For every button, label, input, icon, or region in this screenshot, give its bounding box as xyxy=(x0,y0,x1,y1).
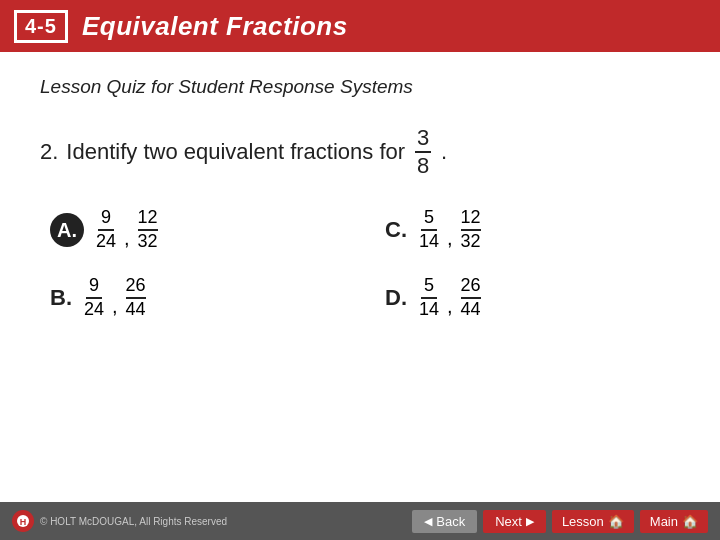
choice-b-frac2: 26 44 xyxy=(126,276,146,320)
choice-c-frac1: 5 14 xyxy=(419,208,439,252)
choice-d-frac1-den: 14 xyxy=(419,299,439,320)
choice-a-frac2-den: 32 xyxy=(138,231,158,252)
choice-a-frac1-num: 9 xyxy=(98,208,114,231)
back-button[interactable]: ◀ Back xyxy=(412,510,477,533)
choice-a-frac1: 9 24 xyxy=(96,208,116,252)
choice-b-label: B. xyxy=(50,285,72,311)
choice-c-frac1-num: 5 xyxy=(421,208,437,231)
choice-c[interactable]: C. 5 14 , 12 32 xyxy=(385,208,680,252)
choice-a-frac2-num: 12 xyxy=(138,208,158,231)
holt-logo: H xyxy=(12,510,34,532)
choice-b-comma: , xyxy=(112,295,118,320)
back-arrow-icon: ◀ xyxy=(424,515,432,528)
choice-c-frac2-den: 32 xyxy=(461,231,481,252)
choice-c-comma: , xyxy=(447,227,453,252)
choice-d-fracs: 5 14 , 26 44 xyxy=(417,276,483,320)
answer-choices: A. 9 24 , 12 32 C. 5 14 , xyxy=(50,208,680,319)
lesson-button[interactable]: Lesson 🏠 xyxy=(552,510,634,533)
question-period: . xyxy=(441,139,447,165)
choice-a-label: A. xyxy=(50,213,84,247)
choice-c-label: C. xyxy=(385,217,407,243)
choice-d-frac1-num: 5 xyxy=(421,276,437,299)
choice-c-frac2: 12 32 xyxy=(461,208,481,252)
main-label: Main xyxy=(650,514,678,529)
choice-b-frac2-num: 26 xyxy=(126,276,146,299)
header-title: Equivalent Fractions xyxy=(82,11,348,42)
choice-d-frac1: 5 14 xyxy=(419,276,439,320)
footer-right: ◀ Back Next ▶ Lesson 🏠 Main 🏠 xyxy=(412,510,708,533)
choice-b-frac1: 9 24 xyxy=(84,276,104,320)
question-number: 2. xyxy=(40,139,58,165)
choice-c-frac1-den: 14 xyxy=(419,231,439,252)
next-arrow-icon: ▶ xyxy=(526,515,534,528)
choice-b[interactable]: B. 9 24 , 26 44 xyxy=(50,276,345,320)
choice-c-fracs: 5 14 , 12 32 xyxy=(417,208,483,252)
next-button[interactable]: Next ▶ xyxy=(483,510,546,533)
question: 2. Identify two equivalent fractions for… xyxy=(40,126,680,178)
choice-b-frac1-den: 24 xyxy=(84,299,104,320)
header-badge: 4-5 xyxy=(14,10,68,43)
main-content: Lesson Quiz for Student Response Systems… xyxy=(0,52,720,380)
footer-copyright: © HOLT McDOUGAL, All Rights Reserved xyxy=(40,516,227,527)
main-home-icon: 🏠 xyxy=(682,514,698,529)
lesson-quiz-title: Lesson Quiz for Student Response Systems xyxy=(40,76,680,98)
svg-text:H: H xyxy=(20,517,27,527)
question-text: Identify two equivalent fractions for xyxy=(66,139,405,165)
choice-c-frac2-num: 12 xyxy=(461,208,481,231)
footer-left: H © HOLT McDOUGAL, All Rights Reserved xyxy=(12,510,227,532)
question-fraction-denominator: 8 xyxy=(417,153,429,178)
choice-a[interactable]: A. 9 24 , 12 32 xyxy=(50,208,345,252)
choice-a-frac1-den: 24 xyxy=(96,231,116,252)
choice-a-comma: , xyxy=(124,227,130,252)
main-button[interactable]: Main 🏠 xyxy=(640,510,708,533)
footer: H © HOLT McDOUGAL, All Rights Reserved ◀… xyxy=(0,502,720,540)
choice-d-label: D. xyxy=(385,285,407,311)
lesson-label: Lesson xyxy=(562,514,604,529)
choice-b-frac1-num: 9 xyxy=(86,276,102,299)
header: 4-5 Equivalent Fractions xyxy=(0,0,720,52)
choice-a-frac2: 12 32 xyxy=(138,208,158,252)
back-label: Back xyxy=(436,514,465,529)
question-fraction: 3 8 xyxy=(415,126,431,178)
choice-b-frac2-den: 44 xyxy=(126,299,146,320)
lesson-home-icon: 🏠 xyxy=(608,514,624,529)
choice-d-frac2-num: 26 xyxy=(461,276,481,299)
question-fraction-numerator: 3 xyxy=(415,126,431,153)
choice-b-fracs: 9 24 , 26 44 xyxy=(82,276,148,320)
choice-a-fracs: 9 24 , 12 32 xyxy=(94,208,160,252)
choice-d[interactable]: D. 5 14 , 26 44 xyxy=(385,276,680,320)
next-label: Next xyxy=(495,514,522,529)
choice-d-frac2: 26 44 xyxy=(461,276,481,320)
choice-d-comma: , xyxy=(447,295,453,320)
choice-d-frac2-den: 44 xyxy=(461,299,481,320)
